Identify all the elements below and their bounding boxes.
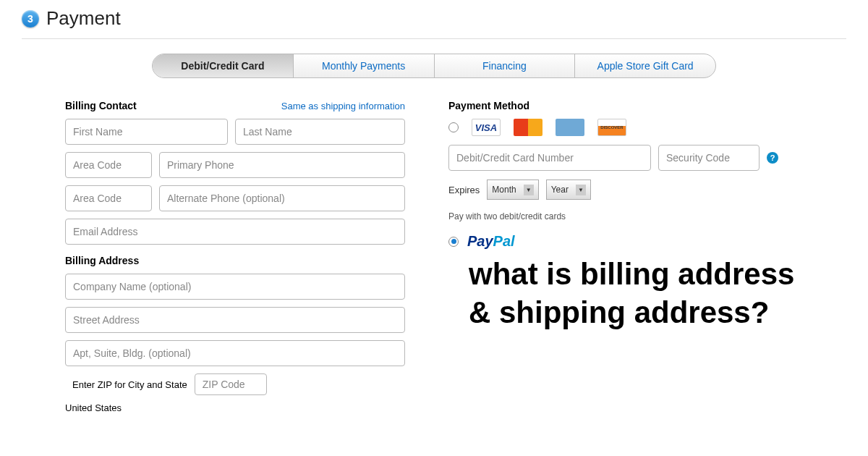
tab-monthly-payments[interactable]: Monthly Payments (294, 54, 435, 77)
zip-code-field[interactable] (195, 373, 267, 395)
step-number-badge: 3 (22, 10, 39, 28)
page-title: Payment (46, 7, 121, 30)
card-radio[interactable] (448, 122, 459, 132)
first-name-field[interactable] (65, 119, 228, 145)
email-field[interactable] (65, 219, 405, 245)
card-brand-icons: VISA DISCOVER (472, 119, 626, 136)
card-number-field[interactable] (448, 145, 651, 171)
discover-icon: DISCOVER (597, 119, 626, 136)
last-name-field[interactable] (235, 119, 405, 145)
expiry-month-select[interactable]: Month (487, 180, 538, 200)
apt-suite-field[interactable] (65, 340, 405, 366)
expiry-year-select[interactable]: Year (546, 180, 591, 200)
expires-label: Expires (448, 185, 480, 195)
billing-address-title: Billing Address (65, 255, 405, 266)
same-as-shipping-link[interactable]: Same as shipping information (281, 101, 405, 111)
alternate-phone-field[interactable] (159, 185, 405, 211)
pay-two-cards-link[interactable]: Pay with two debit/credit cards (448, 211, 803, 221)
payment-method-title: Payment Method (448, 100, 803, 111)
security-code-field[interactable] (658, 145, 760, 171)
company-name-field[interactable] (65, 274, 405, 300)
paypal-logo: PayPal (467, 233, 515, 250)
visa-icon: VISA (472, 119, 501, 136)
amex-icon (556, 119, 584, 136)
paypal-radio[interactable] (448, 237, 459, 247)
tab-debit-credit[interactable]: Debit/Credit Card (153, 54, 294, 77)
street-address-field[interactable] (65, 307, 405, 333)
area-code2-field[interactable] (65, 185, 152, 211)
area-code-field[interactable] (65, 152, 152, 178)
mastercard-icon (514, 119, 542, 136)
zip-label: Enter ZIP for City and State (72, 379, 187, 390)
primary-phone-field[interactable] (159, 152, 405, 178)
country-label: United States (65, 402, 405, 413)
tab-gift-card[interactable]: Apple Store Gift Card (575, 54, 715, 77)
step-header: 3 Payment (22, 7, 846, 39)
help-icon[interactable]: ? (767, 152, 778, 164)
overlay-question-text: what is billing address & shipping addre… (469, 256, 803, 332)
billing-contact-title: Billing Contact (65, 100, 137, 111)
payment-tabs: Debit/Credit Card Monthly Payments Finan… (152, 54, 716, 78)
tab-financing[interactable]: Financing (435, 54, 576, 77)
